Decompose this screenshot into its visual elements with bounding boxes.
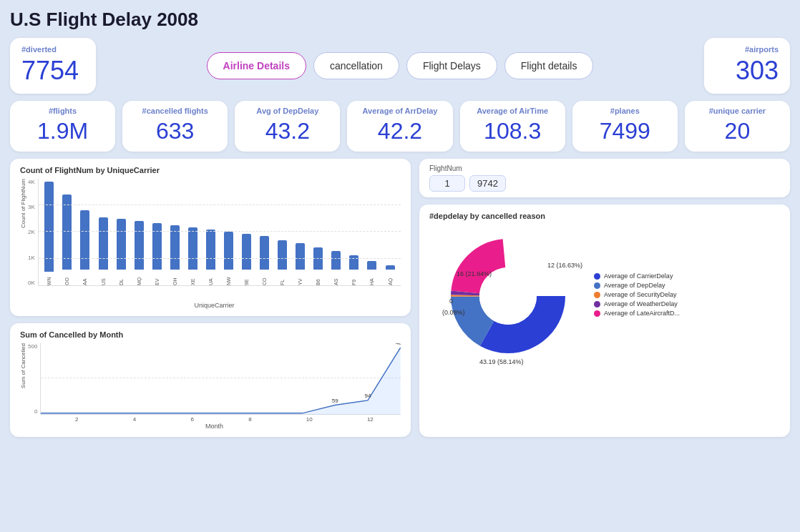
metric-cancelled-value: 633 — [132, 117, 218, 144]
kpi-diverted-value: 7754 — [21, 56, 79, 85]
filter-max[interactable]: 9742 — [469, 175, 506, 192]
left-charts: Count of FlightNum by UniqueCarrier Coun… — [10, 159, 411, 437]
line-label: 94 — [365, 393, 371, 399]
bar-label-HA: HA — [369, 271, 374, 285]
bar-col-DL: DL — [113, 182, 129, 285]
bar-AA — [80, 210, 89, 270]
tab-flight-details[interactable]: Flight details — [504, 52, 594, 79]
bar-AQ — [386, 265, 395, 270]
bar-label-AA: AA — [82, 271, 87, 285]
legend-label-late: Average of LateAircraftD... — [604, 310, 680, 317]
legend-label-carrier: Average of CarrierDelay — [604, 272, 673, 280]
bar-label-9E: 9E — [244, 271, 249, 285]
metric-flights: #flights 1.9M — [10, 101, 115, 152]
bar-label-DL: DL — [119, 271, 124, 285]
filter-label: FlightNum — [429, 164, 780, 172]
bar-XE — [188, 227, 197, 270]
legend-label-dep: Average of DepDelay — [604, 282, 665, 289]
bar-US — [99, 217, 108, 270]
donut-legend: Average of CarrierDelay Average of DepDe… — [594, 272, 680, 319]
bar-HA — [367, 261, 376, 270]
line-chart-title: Sum of Cancelled by Month — [20, 330, 401, 339]
line-chart-card: Sum of Cancelled by Month Sum of Cancell… — [10, 323, 411, 437]
tab-cancellation[interactable]: cancellation — [313, 52, 399, 79]
bar-label-XE: XE — [190, 271, 195, 285]
legend-dot-dep — [594, 282, 600, 289]
legend-dot-security — [594, 292, 600, 298]
donut-label-zero1: 0 — [449, 297, 453, 305]
flightnum-filter: FlightNum 1 9742 — [419, 159, 790, 197]
bar-col-MQ: MQ — [131, 182, 147, 285]
bar-AS — [331, 251, 341, 270]
donut-label-zero2: (0.08%) — [442, 309, 465, 316]
bar-label-UA: UA — [208, 271, 213, 285]
bar-col-OO: OO — [59, 182, 75, 285]
bar-col-AA: AA — [77, 182, 93, 285]
bar-col-HA: HA — [364, 182, 380, 285]
bar-col-YV: YV — [293, 182, 308, 285]
line-fill — [41, 348, 401, 415]
metric-airtime-label: Average of AirTime — [470, 107, 555, 115]
filter-range: 1 9742 — [429, 175, 780, 192]
bar-label-FL: FL — [280, 271, 285, 285]
legend-item-carrier: Average of CarrierDelay — [594, 272, 680, 280]
top-row: #diverted 7754 Airline Details cancellat… — [10, 38, 790, 94]
kpi-airports-label: #airports — [745, 45, 779, 54]
tab-airline-details[interactable]: Airline Details — [207, 52, 306, 79]
bar-YV — [296, 243, 305, 270]
bar-NW — [224, 232, 233, 270]
bar-MQ — [135, 221, 144, 270]
line-path — [41, 348, 401, 413]
tab-flight-delays[interactable]: Flight Delays — [406, 52, 497, 79]
bar-y-axis-title: Count of FlightNum — [20, 179, 26, 228]
filter-min[interactable]: 1 — [429, 175, 465, 192]
bar-label-EV: EV — [155, 271, 160, 285]
bar-CO — [260, 236, 269, 270]
bar-col-F9: F9 — [346, 182, 362, 285]
bar-B6 — [313, 247, 323, 270]
bar-col-OH: OH — [167, 182, 182, 285]
line-x-labels: 2 4 6 8 10 12 — [28, 416, 401, 423]
right-charts: FlightNum 1 9742 #depdelay by cancelled … — [419, 159, 790, 437]
metric-cancelled-label: #cancelled flights — [132, 107, 218, 115]
bar-col-US: US — [95, 182, 111, 285]
bar-label-AS: AS — [333, 271, 338, 285]
metric-unique-carrier: #unique carrier 20 — [685, 101, 790, 152]
legend-item-late: Average of LateAircraftD... — [594, 310, 680, 317]
metric-airtime: Average of AirTime 108.3 — [460, 101, 565, 152]
bar-WN — [44, 182, 54, 272]
legend-label-weather: Average of WeatherDelay — [604, 300, 678, 307]
metric-arr-delay-value: 42.2 — [357, 117, 442, 144]
bar-label-F9: F9 — [351, 271, 356, 285]
charts-area: Count of FlightNum by UniqueCarrier Coun… — [10, 159, 790, 437]
bar-col-FL: FL — [275, 182, 291, 285]
bar-label-NW: NW — [226, 271, 231, 285]
metric-dep-delay-label: Avg of DepDelay — [245, 107, 330, 115]
bar-chart-wrapper: 4K 3K 2K 1K 0K WNOOAAUSDLMQEVOHXEUANW9EC… — [28, 179, 401, 286]
metric-airtime-value: 108.3 — [470, 117, 555, 144]
bar-label-OO: OO — [64, 271, 69, 285]
donut-label-late: 16 (21.94%) — [457, 270, 492, 277]
bar-chart-area: WNOOAAUSDLMQEVOHXEUANW9ECOFLYVB6ASF9HAAQ — [38, 179, 401, 286]
bar-UA — [206, 230, 215, 270]
bar-9E — [242, 234, 251, 270]
bar-col-WN: WN — [42, 182, 57, 285]
metric-unique-carrier-value: 20 — [695, 117, 780, 144]
bar-col-CO: CO — [257, 182, 273, 285]
bar-col-B6: B6 — [311, 182, 326, 285]
kpi-diverted: #diverted 7754 — [10, 38, 96, 94]
bar-F9 — [349, 255, 358, 270]
kpi-airports-value: 303 — [736, 56, 779, 85]
metrics-row: #flights 1.9M #cancelled flights 633 Avg… — [10, 101, 790, 152]
metric-planes: #planes 7499 — [572, 101, 678, 152]
line-y-axis-title: Sum of Cancelled — [20, 343, 26, 388]
bar-col-AS: AS — [328, 182, 344, 285]
bar-DL — [117, 219, 126, 270]
bar-label-US: US — [101, 271, 106, 285]
bar-label-MQ: MQ — [137, 271, 142, 285]
legend-item-security: Average of SecurityDelay — [594, 291, 680, 298]
donut-area: 12 (16.63%) 16 (21.94%) 0 (0.08%) 43.19 … — [429, 225, 780, 368]
dashboard: U.S Flight Delay 2008 #diverted 7754 Air… — [0, 0, 800, 532]
donut-chart-card: #depdelay by cancelled reason — [419, 205, 790, 437]
bar-col-XE: XE — [185, 182, 200, 285]
